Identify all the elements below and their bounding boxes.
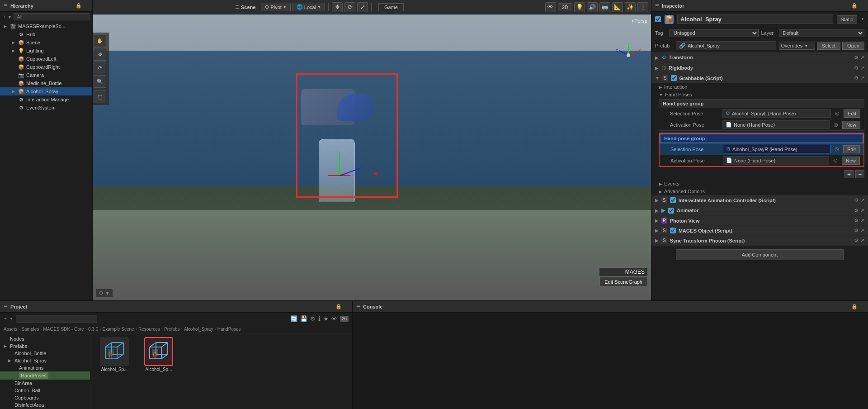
console-lock-icon[interactable]: 🔒 — [851, 304, 858, 309]
game-tab[interactable]: Game — [378, 3, 404, 11]
project-lock-icon[interactable]: 🔒 — [335, 304, 342, 309]
select-btn[interactable]: Select — [817, 42, 841, 50]
add-group-btn[interactable]: + — [844, 170, 854, 178]
hierarchy-lock-icon[interactable]: 🔒 — [75, 3, 82, 9]
inspector-lock-icon[interactable]: 🔒 — [851, 3, 858, 9]
animator-settings-icon[interactable]: ⚙ — [854, 208, 859, 214]
activation-pose-new-btn-2[interactable]: New — [842, 157, 860, 165]
scale-tool[interactable]: ⤢ — [357, 2, 368, 12]
transform-settings-icon[interactable]: ⚙ — [854, 55, 859, 61]
inspector-menu-icon[interactable]: ⋮ — [859, 3, 864, 9]
selection-pose-edit-btn-1[interactable]: Edit — [844, 109, 860, 118]
mages-object-settings-icon[interactable]: ⚙ — [854, 228, 859, 233]
overrides-dropdown[interactable]: Overrides ▼ — [779, 42, 815, 50]
transform-header[interactable]: ▶ ⟲ Transform ⚙ ↗ — [651, 52, 868, 62]
viewport[interactable]: X Y Z <Persp ✋ ✥ ⟳ 🔍 ⬚ ⊕ — [93, 14, 651, 300]
hier-item-alcohol-spray[interactable]: ▶ 📦 Alcohol_Spray — [0, 87, 92, 95]
anim-controller-toggle[interactable] — [670, 197, 676, 203]
view-btn[interactable]: 👁 — [545, 2, 556, 12]
add-component-btn[interactable]: Add Component — [676, 249, 843, 260]
hier-item-camera[interactable]: 📷 Camera — [0, 71, 92, 79]
rigidbody-header[interactable]: ▶ ⬡ Rigidbody ⚙ ↗ — [651, 63, 868, 73]
sync-transform-header[interactable]: ▶ S Sync Transform Photon (Script) ⚙ ↗ — [651, 236, 868, 245]
activation-pose-circle-2[interactable]: ◎ — [833, 157, 838, 163]
edit-scene-graph-btn[interactable]: Edit SceneGraph — [599, 277, 647, 287]
tree-item-handposes[interactable]: HandPoses — [0, 371, 90, 380]
rotate-tool[interactable]: ⟳ — [344, 2, 355, 12]
aspect-btn[interactable]: 📐 — [612, 2, 623, 12]
tag-dropdown[interactable]: Untagged — [670, 29, 759, 37]
advanced-options-section[interactable]: ▶ Advanced Options — [651, 187, 868, 195]
grabbable-header[interactable]: ▼ S Grabbable (Script) ⚙ ↗ — [651, 73, 868, 83]
tree-item-nodes[interactable]: Nodes — [0, 335, 90, 342]
view-icon[interactable]: 👁 — [331, 315, 337, 322]
remove-group-btn[interactable]: − — [855, 170, 864, 178]
mages-object-header[interactable]: ▶ S MAGES Object (Script) ⚙ ↗ — [651, 226, 868, 235]
mages-object-link-icon[interactable]: ↗ — [860, 228, 864, 233]
asset-item-2[interactable]: {} Alcohol_Sp... — [138, 337, 179, 372]
tree-item-animations[interactable]: Animations — [0, 364, 90, 371]
project-menu-icon[interactable]: ⋮ — [344, 304, 349, 309]
photon-view-settings-icon[interactable]: ⚙ — [854, 218, 859, 224]
sync-transform-link-icon[interactable]: ↗ — [860, 238, 864, 243]
tree-item-disinfect-area[interactable]: DisinfectArea — [0, 401, 90, 409]
vr-btn[interactable]: 🥽 — [599, 2, 610, 12]
console-menu-icon[interactable]: ⋮ — [859, 304, 864, 309]
refresh-icon[interactable]: 🔄 — [290, 315, 297, 322]
extra-tool[interactable]: ⬚ — [94, 90, 106, 103]
hier-item-cupboard-left[interactable]: 📦 CupboardLeft — [0, 55, 92, 63]
activation-pose-circle-1[interactable]: ◎ — [834, 122, 838, 128]
asset-item-1[interactable]: {} Alcohol_Sp... — [94, 337, 135, 372]
photon-view-link-icon[interactable]: ↗ — [860, 218, 864, 224]
events-section[interactable]: ▶ Events — [651, 180, 868, 187]
info-icon[interactable]: ℹ — [318, 315, 321, 322]
fx-btn[interactable]: ✨ — [625, 2, 636, 12]
hand-poses-section[interactable]: ▼ Hand Poses — [651, 90, 868, 98]
grabbable-toggle[interactable] — [671, 75, 677, 81]
interaction-section[interactable]: ▶ Interaction — [651, 83, 868, 90]
move-tool[interactable]: ✥ — [332, 2, 343, 12]
tree-item-alcohol-bottle[interactable]: Alcohol_Bottle — [0, 350, 90, 357]
mages-object-toggle[interactable] — [670, 228, 676, 233]
open-btn[interactable]: Open — [842, 42, 864, 50]
tree-item-prefabs[interactable]: ▶ Prefabs — [0, 342, 90, 350]
hier-item-hub[interactable]: ⚙ Hub — [0, 30, 92, 38]
layer-dropdown[interactable]: Default — [779, 29, 865, 37]
rigidbody-settings-icon[interactable]: ⚙ — [854, 65, 859, 71]
local-btn[interactable]: 🌐 Local ▼ — [292, 3, 325, 11]
audio-btn[interactable]: 🔊 — [587, 2, 598, 12]
hierarchy-search[interactable] — [14, 13, 90, 20]
hier-item-mages-example[interactable]: ▶ 🎬 MAGESExampleSc... — [0, 22, 92, 30]
animator-link-icon[interactable]: ↗ — [860, 208, 864, 214]
animator-header[interactable]: ▶ ▶ Animator ⚙ ↗ — [651, 205, 868, 215]
selection-pose-circle-2[interactable]: ◎ — [835, 146, 839, 152]
save-icon[interactable]: 💾 — [300, 315, 307, 322]
light-btn[interactable]: 💡 — [574, 2, 585, 12]
grabbable-settings-icon[interactable]: ⚙ — [854, 75, 859, 81]
add-btn[interactable]: + — [4, 316, 7, 322]
project-search[interactable] — [16, 315, 97, 323]
tree-item-alcohol-spray[interactable]: ▶ Alcohol_Spray — [0, 357, 90, 364]
hier-item-lighting[interactable]: ▶ 💡 Lighting — [0, 47, 92, 55]
obj-name-field[interactable] — [677, 14, 833, 24]
tree-item-cotton-ball[interactable]: Cotton_Ball — [0, 387, 90, 394]
anim-controller-header[interactable]: ▶ S Interactable Animation Controller (S… — [651, 195, 868, 205]
hier-item-scene[interactable]: ▶ 📦 Scene — [0, 38, 92, 47]
hier-item-cupboard-right[interactable]: 📦 CupboardRight — [0, 63, 92, 71]
tree-item-cupboards[interactable]: Cupboards — [0, 394, 90, 401]
sync-transform-settings-icon[interactable]: ⚙ — [854, 238, 859, 243]
rigidbody-link-icon[interactable]: ↗ — [860, 65, 864, 71]
orbit-tool[interactable]: ⟳ — [94, 62, 106, 74]
hand-tool[interactable]: ✋ — [94, 34, 106, 47]
select-tool[interactable]: ✥ — [94, 48, 106, 61]
hier-item-medicine-bottle[interactable]: 📦 Medicine_Bottle — [0, 79, 92, 87]
obj-active-toggle[interactable] — [655, 16, 661, 22]
hierarchy-menu-icon[interactable]: ⋮ — [84, 3, 89, 9]
settings-icon[interactable]: ⚙ — [310, 315, 316, 322]
photon-view-header[interactable]: ▶ P Photon View ⚙ ↗ — [651, 216, 868, 225]
zoom-tool[interactable]: 🔍 — [94, 75, 106, 88]
hier-item-event-system[interactable]: ⚙ EventSystem — [0, 104, 92, 112]
pivot-btn[interactable]: ⊕ Pivot ▼ — [261, 3, 290, 11]
selection-pose-edit-btn-2[interactable]: Edit — [843, 145, 860, 153]
2d-btn[interactable]: 2D — [558, 3, 572, 11]
